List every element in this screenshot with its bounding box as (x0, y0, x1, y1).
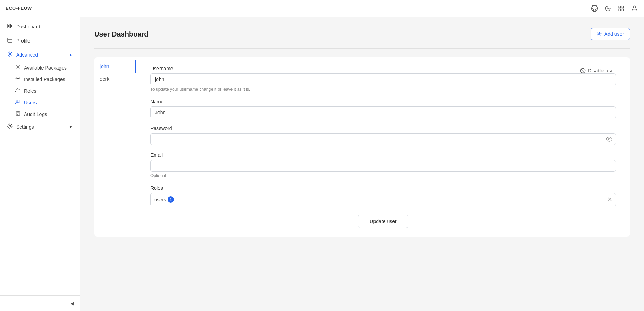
users-icon (15, 99, 20, 105)
svg-rect-3 (622, 9, 624, 11)
sidebar-item-audit-logs[interactable]: Audit Logs (0, 108, 80, 120)
available-packages-icon (15, 65, 20, 71)
sidebar-sub-label: Audit Logs (24, 111, 47, 117)
sidebar-item-roles[interactable]: Roles (0, 85, 80, 97)
svg-rect-9 (8, 26, 9, 28)
topbar: ECO-FLOW (0, 0, 644, 17)
name-input[interactable] (150, 106, 616, 118)
user-form-panel: Disable user Username To update your use… (136, 57, 630, 237)
settings-label: Settings (16, 124, 65, 130)
settings-icon (7, 123, 13, 130)
password-group: Password (150, 125, 616, 145)
svg-point-16 (17, 89, 18, 90)
email-group: Email Optional (150, 152, 616, 178)
sidebar: Dashboard Profile Advanced ▲ (0, 17, 80, 311)
advanced-chevron-icon: ▲ (69, 52, 73, 57)
settings-chevron-icon: ▼ (69, 124, 73, 129)
user-list-panel: john derk (94, 57, 136, 237)
svg-rect-10 (8, 38, 12, 42)
roles-label: Roles (150, 185, 616, 191)
email-input[interactable] (150, 160, 616, 172)
update-user-button[interactable]: Update user (358, 215, 408, 228)
profile-icon (7, 37, 13, 44)
sidebar-item-settings[interactable]: Settings ▼ (0, 120, 80, 134)
username-group: Username To update your username change … (150, 66, 616, 92)
collapse-icon: ◀ (70, 300, 74, 306)
content-area: User Dashboard Add user john derk (80, 17, 644, 311)
sidebar-item-profile[interactable]: Profile (0, 34, 80, 48)
svg-rect-2 (622, 6, 624, 8)
advanced-icon (7, 51, 13, 58)
email-label: Email (150, 152, 616, 158)
add-user-label: Add user (604, 31, 624, 37)
installed-packages-icon (15, 76, 20, 82)
dark-mode-icon[interactable] (604, 5, 612, 12)
sidebar-item-installed-packages[interactable]: Installed Packages (0, 73, 80, 85)
sidebar-sub-label: Users (24, 100, 37, 105)
svg-rect-6 (8, 24, 9, 26)
roles-input[interactable]: users 1 ✕ (150, 193, 616, 206)
svg-point-28 (609, 138, 610, 140)
sidebar-footer: ◀ (0, 295, 80, 311)
svg-point-15 (17, 78, 19, 79)
topbar-icons (591, 5, 638, 12)
disable-user-button[interactable]: Disable user (577, 66, 619, 76)
page-divider (94, 48, 630, 49)
role-tag: users 1 (154, 196, 174, 203)
password-input[interactable] (150, 133, 616, 145)
sidebar-item-label: Advanced (16, 52, 65, 58)
role-badge: 1 (168, 196, 174, 203)
roles-icon (15, 88, 20, 94)
email-hint: Optional (150, 173, 616, 178)
username-label: Username (150, 66, 616, 71)
user-list-item[interactable]: derk (94, 73, 136, 85)
sidebar-sub-label: Installed Packages (24, 77, 65, 82)
app-logo: ECO-FLOW (6, 6, 32, 11)
sidebar-item-label: Dashboard (16, 24, 73, 30)
svg-point-5 (633, 6, 636, 8)
svg-line-27 (581, 69, 584, 72)
sidebar-sub-menu: Available Packages Installed Packages (0, 62, 80, 120)
disable-user-label: Disable user (588, 68, 615, 73)
svg-rect-1 (619, 6, 620, 8)
audit-logs-icon (15, 111, 20, 117)
grid-icon[interactable] (617, 5, 625, 12)
add-user-icon (597, 31, 602, 37)
name-label: Name (150, 99, 616, 104)
svg-point-13 (9, 53, 11, 55)
user-name: derk (100, 76, 109, 82)
password-label: Password (150, 125, 616, 131)
add-user-button[interactable]: Add user (591, 28, 630, 40)
svg-point-23 (598, 32, 599, 34)
sidebar-item-dashboard[interactable]: Dashboard (0, 20, 80, 34)
username-hint: To update your username change it or lea… (150, 87, 616, 92)
sidebar-item-label: Profile (16, 38, 73, 44)
svg-point-17 (17, 100, 18, 102)
page-header: User Dashboard Add user (94, 28, 630, 40)
dashboard-body: john derk Disable user Username To up (94, 57, 630, 237)
name-group: Name (150, 99, 616, 118)
user-list-item[interactable]: john (94, 60, 136, 73)
sidebar-sub-label: Roles (24, 88, 37, 94)
svg-rect-8 (10, 26, 12, 28)
sidebar-item-users[interactable]: Users (0, 97, 80, 108)
collapse-sidebar-button[interactable]: ◀ (67, 298, 77, 308)
main-layout: Dashboard Profile Advanced ▲ (0, 17, 644, 311)
roles-group: Roles users 1 ✕ (150, 185, 616, 206)
github-icon[interactable] (591, 5, 598, 12)
role-tags: users 1 (154, 196, 174, 203)
svg-rect-4 (619, 9, 620, 11)
dashboard-icon (7, 23, 13, 30)
update-user-label: Update user (370, 219, 396, 224)
page-title: User Dashboard (94, 30, 149, 38)
sidebar-sub-label: Available Packages (24, 65, 67, 71)
user-name: john (100, 64, 109, 69)
username-input[interactable] (150, 73, 616, 85)
password-toggle-icon[interactable] (606, 136, 612, 142)
user-avatar-icon[interactable] (631, 5, 638, 12)
roles-clear-button[interactable]: ✕ (607, 197, 612, 202)
svg-rect-7 (10, 24, 12, 26)
disable-user-icon (580, 68, 586, 73)
sidebar-item-advanced[interactable]: Advanced ▲ (0, 48, 80, 62)
sidebar-item-available-packages[interactable]: Available Packages (0, 62, 80, 73)
